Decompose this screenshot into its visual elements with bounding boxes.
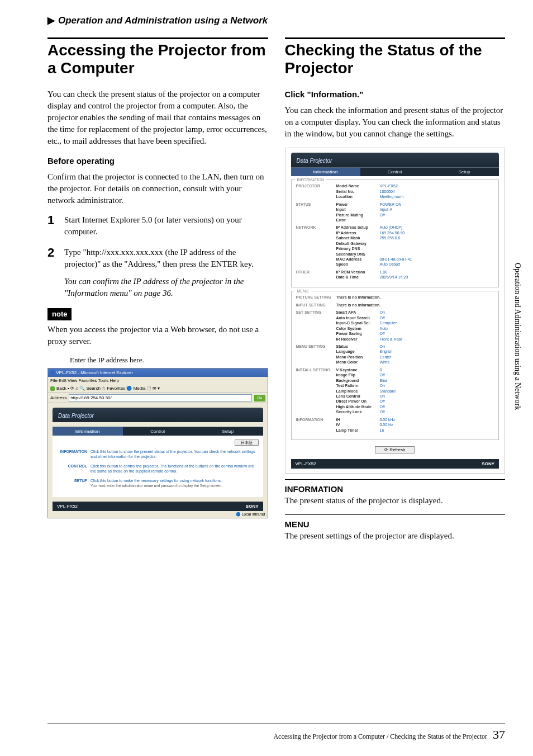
breadcrumb: ▶Operation and Administration using a Ne… <box>47 14 505 27</box>
click-information-heading: Click "Information." <box>285 88 506 100</box>
pair-value: 2005/9/14 15:29 <box>380 275 408 280</box>
pair-value: Off <box>380 409 385 414</box>
left-title: Accessing the Projector from a Computer <box>47 41 268 77</box>
projector-footer: VPL-FX52 SONY <box>291 459 499 469</box>
pair-key: Secondary DNS <box>336 252 380 257</box>
link-row: INFORMATIONClick this button to show the… <box>57 449 259 459</box>
pair-value: White <box>380 360 390 365</box>
group-label: PROJECTOR <box>296 183 336 199</box>
info-pair: V Keystone0 <box>336 367 494 372</box>
info-pair: Subnet Mask255.255.0.0 <box>336 235 494 240</box>
pair-value: On <box>380 344 385 349</box>
right-title: Checking the Status of the Projector <box>285 41 506 77</box>
info-group: PROJECTORModel NameVPL-FX52Serial No.100… <box>296 183 494 199</box>
info-pair: fV0.00 Hz <box>336 422 494 427</box>
tab-setup[interactable]: Setup <box>193 427 263 436</box>
info-group: MENU SETTINGStatusOnLanguageEnglishMenu … <box>296 344 494 365</box>
info-pair: Date & Time2005/9/14 15:29 <box>336 275 494 280</box>
refresh-button[interactable]: ⟳ Refresh <box>375 446 415 453</box>
pair-value: Auto (DHCP) <box>380 225 403 230</box>
pair-value: Standard <box>380 389 396 394</box>
tab-information[interactable]: Information <box>53 427 123 436</box>
toolbar: Back • ⟳ ⌂ 🔍 Search ☆ Favorites 🔵 Media … <box>48 384 268 393</box>
pair-value: 1.00 <box>380 270 388 275</box>
pair-value: English <box>380 349 393 354</box>
pair-value: Auto Detect <box>380 262 401 267</box>
no-information: There is no information. <box>336 295 494 300</box>
menubar: File Edit View Favorites Tools Help <box>48 377 268 384</box>
note-block: note When you access the projector via a… <box>47 308 268 347</box>
tab-control[interactable]: Control <box>360 167 430 176</box>
pair-value: Off <box>380 404 385 409</box>
group-label: SET SETTING <box>296 310 336 342</box>
info-pair: IP ROM Version1.00 <box>336 270 494 275</box>
window-titlebar: VPL-FX52 - Microsoft Internet Explorer <box>48 368 268 377</box>
caption: Enter the IP address here. <box>70 355 268 365</box>
address-input[interactable] <box>69 394 252 401</box>
link-label[interactable]: INFORMATION <box>57 449 91 459</box>
info-pair: IR ReceiverFront & Rear <box>336 337 494 342</box>
info-pair: StatusOn <box>336 344 494 349</box>
pair-key: Auto Input Search <box>336 315 380 320</box>
info-pair: MAC Address00-01-4a-cd-a7-41 <box>336 257 494 262</box>
group-label: STATUS <box>296 202 336 223</box>
pair-value: 1000004 <box>380 189 395 194</box>
status-screenshot: Data Projector Information Control Setup… <box>285 148 506 474</box>
pair-key: Power Saving <box>336 331 380 336</box>
pair-key: IP ROM Version <box>336 270 380 275</box>
pair-key: Input <box>336 207 380 212</box>
pair-value: Blue <box>380 378 388 383</box>
link-row: SETUPClick this button to make the neces… <box>57 478 259 488</box>
pair-key: Model Name <box>336 183 380 188</box>
info-group: INFORMATIONfH0.00 kHzfV0.00 HzLamp Timer… <box>296 417 494 433</box>
link-description: Click this button to show the present st… <box>91 449 259 459</box>
tab-setup[interactable]: Setup <box>430 167 499 176</box>
pair-key: Lamp Mode <box>336 389 380 394</box>
info-group: OTHERIP ROM Version1.00Date & Time2005/9… <box>296 270 494 280</box>
pair-key: fV <box>336 422 380 427</box>
pair-key: Smart APA <box>336 310 380 315</box>
tab-information[interactable]: Information <box>291 167 360 176</box>
language-button[interactable]: 日本語 <box>235 440 259 446</box>
link-label[interactable]: CONTROL <box>57 464 91 474</box>
pair-key: Security Lock <box>336 409 380 414</box>
projector-banner: Data Projector <box>291 153 499 167</box>
info-pair: Color SystemAuto <box>336 326 494 331</box>
info-pair: InputInput-A <box>336 207 494 212</box>
info-pair: Security LockOff <box>336 409 494 414</box>
menu-heading: MENU <box>285 518 506 530</box>
info-pair: Lens ControlOn <box>336 394 494 399</box>
pair-key: fH <box>336 417 380 422</box>
tab-control[interactable]: Control <box>123 427 193 436</box>
link-description: Click this button to make the necessary … <box>91 478 259 488</box>
info-pair: Lamp ModeStandard <box>336 389 494 394</box>
projector-tabs: Information Control Setup <box>291 167 499 176</box>
pair-value: 00-01-4a-cd-a7-41 <box>380 257 412 262</box>
ie-statusbar: 🔵 Local intranet <box>48 511 268 518</box>
info-pair: Test PatternOn <box>336 383 494 388</box>
info-group: INPUT SETTINGThere is no information. <box>296 303 494 308</box>
group-label: NETWORK <box>296 225 336 267</box>
pair-value: Input-A <box>380 207 393 212</box>
projector-body: 日本語 INFORMATIONClick this button to show… <box>53 436 263 497</box>
info-pair: Default Gateway <box>336 241 494 246</box>
note-badge: note <box>47 308 72 320</box>
group-label: OTHER <box>296 270 336 280</box>
link-label[interactable]: SETUP <box>57 478 91 488</box>
pair-value: Computer <box>380 320 397 325</box>
info-pair: BackgroundBlue <box>336 378 494 383</box>
pair-value: 0 <box>380 367 382 372</box>
pair-key: Serial No. <box>336 189 380 194</box>
go-button[interactable]: Go <box>254 395 265 401</box>
back-icon <box>50 386 55 391</box>
pair-value: Center <box>380 355 392 360</box>
menu-section: MENU PICTURE SETTINGThere is no informat… <box>291 291 499 440</box>
info-pair: Input-C Signal Sel.Computer <box>336 320 494 325</box>
pair-key: Lamp Timer <box>336 428 380 433</box>
pair-value: Auto <box>380 326 388 331</box>
pair-key: Color System <box>336 326 380 331</box>
pair-key: Language <box>336 349 380 354</box>
pair-value: On <box>380 394 385 399</box>
pair-key: IP Address Setup <box>336 225 380 230</box>
pair-key: High Altitude Mode <box>336 404 380 409</box>
